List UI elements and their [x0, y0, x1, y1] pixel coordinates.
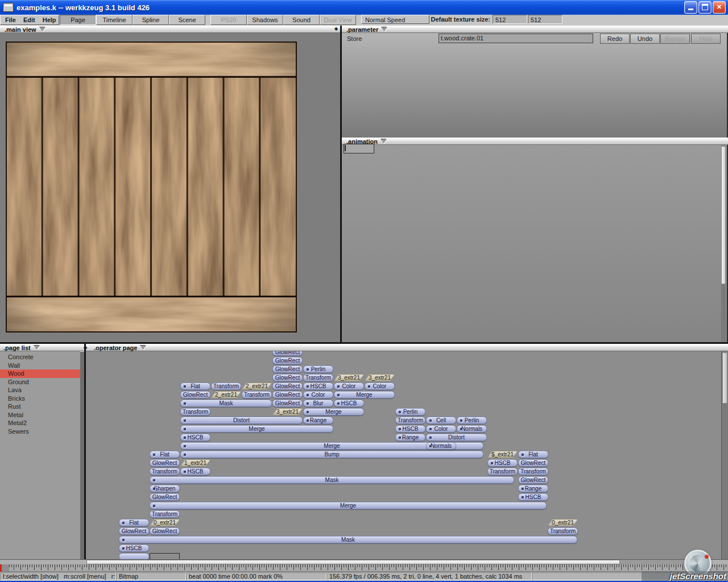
operator-node[interactable]: Color	[365, 383, 395, 390]
operator-node[interactable]: HSCB	[518, 493, 548, 501]
operator-node[interactable]: 1_extr21	[180, 459, 210, 467]
animation-vscrollbar[interactable]	[721, 146, 726, 342]
undo-button[interactable]: Undo	[630, 34, 660, 44]
operator-node[interactable]: Color	[426, 425, 456, 433]
operator-node[interactable]: 2_extr21	[211, 391, 241, 398]
operator-node[interactable]: 0_extr21	[150, 519, 180, 526]
operator-node[interactable]: GlowRect	[272, 365, 303, 373]
toolbar-button-sound[interactable]: Sound	[283, 15, 320, 25]
animation-field[interactable]	[344, 144, 374, 153]
operator-node[interactable]: Distort	[180, 417, 303, 424]
operator-node[interactable]: Perlin	[303, 365, 333, 373]
operator-node[interactable]: Flat	[518, 451, 548, 458]
toolbar-button-dual-view[interactable]: Dual View	[320, 15, 356, 25]
toolbar-button-normal-speed[interactable]: Normal Speed	[361, 15, 429, 24]
page-list-item-rust[interactable]: Rust	[0, 402, 80, 411]
operator-node[interactable]: Merge	[303, 408, 364, 415]
operator-node[interactable]: GlowRect	[150, 459, 180, 467]
menu-edit[interactable]: Edit	[23, 16, 35, 23]
operator-vscroll-thumb[interactable]	[722, 352, 727, 404]
page-list-item-ground[interactable]: Ground	[0, 378, 80, 386]
splitter-handle-icon[interactable]: ◆	[84, 345, 87, 350]
menu-help[interactable]: Help	[43, 16, 56, 23]
operator-node[interactable]: GlowRect	[150, 493, 180, 501]
operator-node[interactable]	[119, 553, 149, 559]
operator-node[interactable]: GlowRect	[272, 357, 303, 364]
main-view-header[interactable]: .main view	[0, 26, 340, 33]
operator-node[interactable]: Distort	[426, 434, 487, 441]
operator-node[interactable]: Mask	[180, 400, 272, 407]
operator-node[interactable]: Range	[518, 485, 548, 492]
page-list-item-bricks[interactable]: Bricks	[0, 394, 80, 403]
page-list-header[interactable]: .page list	[0, 344, 84, 351]
operator-node[interactable]: HSCB	[180, 434, 210, 441]
operator-node[interactable]: Merge	[334, 391, 395, 398]
menu-file[interactable]: File	[5, 16, 16, 23]
operator-node[interactable]: Transform	[242, 391, 272, 398]
operator-node[interactable]: GlowRect	[150, 527, 180, 535]
operator-node[interactable]: Flat	[119, 519, 149, 526]
toolbar-button-scene[interactable]: Scene	[169, 15, 205, 25]
operator-node[interactable]: Color	[334, 383, 364, 390]
operator-node[interactable]: GlowRect	[180, 391, 210, 398]
toolbar-button-ps20[interactable]: PS20	[210, 15, 247, 25]
operator-node[interactable]: Mask	[150, 476, 514, 484]
page-list-item-concrete[interactable]: Concrete	[0, 353, 80, 361]
toolbar-button-shadows[interactable]: Shadows	[247, 15, 283, 25]
operator-node[interactable]: Mask	[119, 536, 577, 543]
page-list-item-sewers[interactable]: Sewers	[0, 427, 80, 436]
operator-node[interactable]: GlowRect	[518, 459, 548, 467]
operator-node[interactable]: Bump	[180, 451, 483, 458]
operator-node[interactable]: HSCB	[487, 459, 518, 467]
restore-button[interactable]	[698, 1, 712, 14]
operator-node[interactable]: Cell	[426, 417, 456, 424]
operator-node[interactable]: GlowRect	[272, 391, 303, 398]
wood-crate-texture[interactable]	[6, 41, 297, 332]
operator-node[interactable]: Normals	[426, 442, 456, 450]
operator-node[interactable]: Transform	[303, 374, 333, 381]
operator-node[interactable]: HSCB	[119, 544, 149, 552]
texture-size-height-field[interactable]: 512	[528, 15, 562, 24]
redo-button[interactable]: Redo	[600, 34, 630, 44]
page-list-item-wall[interactable]: Wall	[0, 361, 80, 370]
texture-size-width-field[interactable]: 512	[493, 15, 527, 24]
operator-node[interactable]: Range	[395, 434, 425, 441]
operator-node[interactable]: HSCB	[180, 468, 210, 475]
operator-node[interactable]: Flat	[180, 383, 210, 390]
operator-page-header[interactable]: ◆ .operator page	[86, 344, 728, 351]
operator-node[interactable]: Perlin	[457, 417, 487, 424]
page-list-scrollbar[interactable]	[80, 351, 84, 559]
operator-node[interactable]: Sharpen	[150, 485, 180, 492]
splitter-handle-icon[interactable]: ◆	[334, 26, 338, 31]
hscroll-thumb[interactable]	[86, 560, 620, 564]
operator-node[interactable]: Transform	[487, 468, 518, 475]
page-list-item-metal2[interactable]: Metal2	[0, 419, 80, 427]
operator-node[interactable]: 3_extr21	[272, 408, 303, 415]
operator-node[interactable]: Color	[303, 391, 333, 398]
operator-node[interactable]: Merge	[180, 425, 333, 433]
store-name-field[interactable]: t.wood.crate.01	[439, 34, 593, 43]
operator-vscrollbar[interactable]	[721, 351, 728, 559]
page-list-item-metal[interactable]: Metal	[0, 411, 80, 419]
parameter-header[interactable]: .parameter	[342, 26, 728, 33]
operator-node[interactable]: Transform	[180, 408, 210, 415]
operator-node[interactable]: GlowRect	[272, 374, 303, 381]
operator-node[interactable]: GlowRect	[272, 351, 303, 356]
operator-node[interactable]: HSCB	[334, 400, 364, 407]
operator-node[interactable]: HSCB	[395, 425, 425, 433]
close-button[interactable]: ✕	[713, 1, 726, 14]
operator-node[interactable]: Transform	[150, 468, 180, 475]
operator-node[interactable]: Flat	[150, 451, 180, 458]
beat-ruler[interactable]	[0, 564, 728, 572]
operator-node[interactable]: Transform	[395, 417, 425, 424]
operator-node[interactable]: Transform	[211, 383, 241, 390]
operator-canvas[interactable]: GlowRectGlowRectGlowRectPerlinGlowRectTr…	[86, 351, 722, 559]
operator-node[interactable]: Range	[303, 417, 333, 424]
operator-node[interactable]: Blur	[303, 400, 333, 407]
operator-node[interactable]: Normals	[457, 425, 487, 433]
operator-node[interactable]: 0_extr21	[548, 519, 578, 526]
operator-node[interactable]: GlowRect	[272, 400, 303, 407]
vertical-splitter[interactable]	[340, 26, 342, 342]
operator-node[interactable]: GlowRect	[119, 527, 149, 535]
operator-node[interactable]: Transform	[518, 468, 548, 475]
